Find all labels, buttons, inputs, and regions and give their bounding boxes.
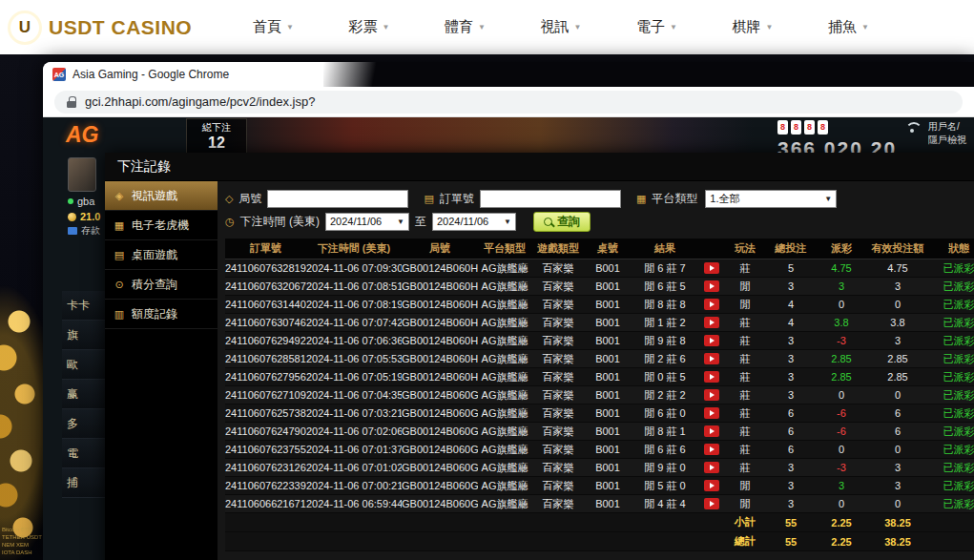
- replay-button[interactable]: [704, 425, 719, 437]
- round-number-cell: GB00124B060GX: [402, 407, 478, 419]
- column-header: 結果: [631, 241, 699, 256]
- replay-button[interactable]: [704, 335, 719, 346]
- total-bet-cell: 6: [766, 407, 816, 419]
- play-cell: [699, 262, 724, 274]
- nav-item[interactable]: 體育▼: [445, 18, 486, 36]
- play-cell: [699, 407, 724, 419]
- sidebar-item-points-query[interactable]: ⊙積分查詢: [105, 270, 218, 300]
- play-icon: [710, 483, 715, 488]
- platform-cell: AG旗艦廳: [478, 280, 531, 294]
- play-icon: [710, 301, 715, 307]
- order-number-input[interactable]: [480, 190, 621, 208]
- chrome-title-bar[interactable]: AG Asia Gaming - Google Chrome: [43, 62, 974, 87]
- sidebar-item-table-games[interactable]: ▤桌面遊戲: [105, 240, 218, 270]
- ticker-line: TETHER USDT: [2, 533, 44, 541]
- nav-item[interactable]: 首頁▼: [253, 18, 294, 36]
- table-row: 2411060762375542024-11-06 07:01:37GB0012…: [225, 441, 974, 459]
- lobby-link[interactable]: 隱戶檢視: [928, 134, 972, 147]
- nav-item[interactable]: 電子▼: [636, 18, 677, 36]
- payout-cell: 2.85: [816, 353, 867, 364]
- replay-button[interactable]: [704, 371, 719, 383]
- bet-time-cell: 2024-11-06 07:06:36: [306, 335, 402, 346]
- nav-item[interactable]: 捕魚▼: [828, 18, 869, 36]
- payout-cell: -6: [816, 425, 867, 437]
- lobby-menu-item[interactable]: 赢: [62, 380, 106, 409]
- replay-button[interactable]: [704, 353, 719, 364]
- site-logo[interactable]: U USDT CASINO: [0, 10, 224, 45]
- sidebar-item-quota-records[interactable]: ▥額度記錄: [105, 300, 218, 329]
- address-bar[interactable]: gci.2hhapi.com/agingame/pcv2/index.jsp?: [54, 91, 963, 114]
- total-bet-cell: 3: [766, 353, 816, 364]
- crypto-ticker-text: Bitcoin BTCTETHER USDTNEM XEMIOTA DASH: [2, 526, 44, 556]
- game-type-cell: 百家樂: [531, 443, 585, 457]
- play-cell: [699, 371, 724, 383]
- nav-item-label: 視訊: [541, 18, 570, 36]
- result-cell: 閒 4 莊 4: [631, 497, 699, 511]
- replay-button[interactable]: [704, 480, 719, 491]
- nav-item[interactable]: 彩票▼: [349, 18, 390, 36]
- replay-button[interactable]: [704, 407, 719, 419]
- subtotal-row-valid: 38.25: [867, 517, 928, 529]
- platform-label: 平台類型: [652, 191, 697, 207]
- nav-item[interactable]: 棋牌▼: [733, 18, 774, 36]
- search-button[interactable]: 查詢: [533, 212, 591, 232]
- date-from-picker[interactable]: 2024/11/06 ▼: [325, 213, 409, 231]
- replay-button[interactable]: [704, 498, 719, 509]
- lobby-menu-item[interactable]: 捕: [62, 468, 106, 498]
- replay-button[interactable]: [704, 262, 719, 274]
- column-header: 總投注: [766, 241, 816, 256]
- window-title: Asia Gaming - Google Chrome: [73, 68, 229, 81]
- total-bet-cell: 3: [766, 498, 816, 509]
- table-row: 2411060762795622024-11-06 07:05:19GB0012…: [225, 368, 974, 386]
- total-bet-cell: 3: [766, 480, 816, 491]
- lobby-link[interactable]: 用戶名/: [928, 120, 972, 134]
- date-to-picker[interactable]: 2024/11/06 ▼: [432, 213, 516, 231]
- lobby-menu-item[interactable]: 歐: [62, 350, 106, 380]
- valid-bet-cell: 0: [867, 389, 928, 401]
- replay-button[interactable]: [704, 444, 719, 455]
- platform-select[interactable]: 1.全部 ▼: [705, 190, 837, 208]
- order-number-cell: 241106076328197: [225, 262, 306, 274]
- table-number-cell: B001: [585, 407, 631, 419]
- game-type-cell: 百家樂: [531, 352, 585, 366]
- deposit-menu-fragment[interactable]: 存款: [68, 224, 100, 238]
- status-cell: 已派彩: [928, 425, 974, 439]
- total-bet-cell: 6: [766, 425, 816, 437]
- lobby-menu-item[interactable]: 卡卡: [62, 291, 106, 321]
- play-cell: [699, 480, 724, 491]
- result-cell: 閒 6 莊 6: [631, 443, 699, 457]
- round-number-input[interactable]: [267, 190, 408, 208]
- lobby-menu-item[interactable]: 電: [62, 439, 106, 468]
- order-number-cell: 241106076307461: [225, 317, 306, 328]
- round-number-cell: GB00124B060GT: [402, 462, 478, 473]
- total-bet-cell: 3: [766, 389, 816, 401]
- replay-button[interactable]: [704, 389, 719, 401]
- nav-item[interactable]: 視訊▼: [541, 18, 582, 36]
- status-cell: 已派彩: [928, 370, 974, 384]
- sidebar-item-slots[interactable]: ▦电子老虎機: [105, 211, 218, 240]
- replay-button[interactable]: [704, 462, 719, 473]
- valid-bet-cell: 0: [867, 498, 928, 509]
- user-balance: 21.0: [80, 211, 100, 222]
- status-cell: 已派彩: [928, 388, 974, 403]
- search-icon: [544, 218, 552, 226]
- bet-time-cell: 2024-11-06 07:04:35: [306, 389, 402, 401]
- play-icon: [710, 338, 715, 343]
- subtotal-row-label: 小計: [724, 515, 766, 529]
- lobby-menu-item[interactable]: 旗: [62, 321, 106, 350]
- filters-row-1: ◇ 局號 ▤ 訂單號 ▦ 平台類型 1.全部 ▼: [225, 187, 974, 210]
- play-icon: [710, 446, 715, 452]
- column-header: 遊戲類型: [531, 241, 585, 256]
- modal-title-bar[interactable]: 下注記錄: [105, 153, 974, 181]
- lobby-menu-item[interactable]: 多: [62, 409, 106, 439]
- card-8-icon: 8: [804, 120, 815, 135]
- replay-button[interactable]: [704, 280, 719, 292]
- sidebar-item-video-games[interactable]: ◈視訊遊戲: [105, 181, 218, 211]
- bet-time-cell: 2024-11-06 07:01:02: [306, 462, 402, 473]
- replay-button[interactable]: [704, 299, 719, 310]
- replay-button[interactable]: [704, 317, 719, 328]
- status-cell: 已派彩: [928, 334, 974, 348]
- valid-bet-cell: 2.85: [867, 353, 928, 364]
- status-cell: 已派彩: [928, 479, 974, 493]
- ticker-line: Bitcoin BTC: [2, 526, 44, 533]
